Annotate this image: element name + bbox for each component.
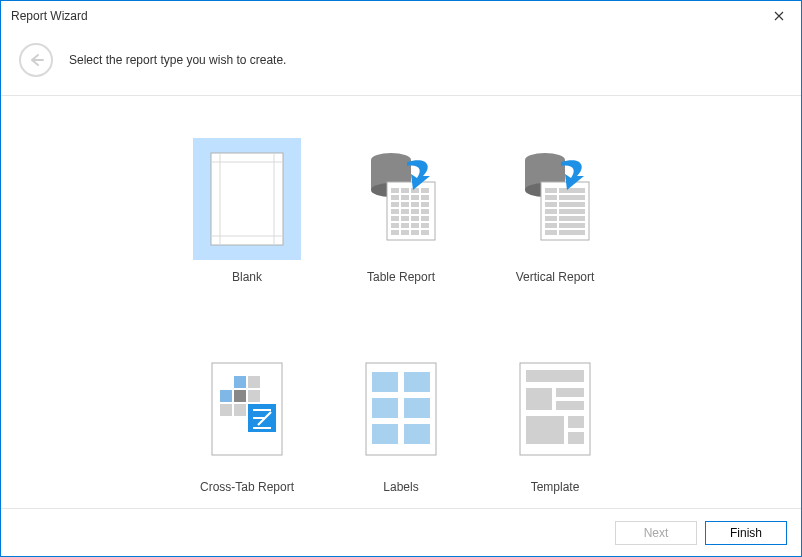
svg-rect-74 [556,388,584,397]
svg-rect-54 [559,230,585,235]
svg-rect-36 [421,230,429,235]
tile-table-report[interactable]: Table Report [326,132,476,298]
svg-rect-56 [234,376,246,388]
button-label: Finish [730,526,762,540]
svg-rect-28 [421,216,429,221]
svg-rect-23 [411,209,419,214]
svg-rect-60 [248,390,260,402]
svg-rect-19 [411,202,419,207]
table-report-icon [357,152,445,246]
svg-rect-48 [559,209,585,214]
svg-rect-34 [401,230,409,235]
svg-rect-27 [411,216,419,221]
svg-rect-44 [559,195,585,200]
tile-label: Table Report [367,270,435,284]
tile-label: Blank [232,270,262,284]
svg-rect-22 [401,209,409,214]
content-area: Blank [1,96,801,508]
header-bar: Select the report type you wish to creat… [1,31,801,96]
tile-label: Vertical Report [516,270,595,284]
tile-vertical-report[interactable]: Vertical Report [480,132,630,298]
svg-rect-72 [526,370,584,382]
svg-rect-26 [401,216,409,221]
svg-rect-70 [404,424,430,444]
svg-rect-62 [234,404,246,416]
svg-rect-57 [248,376,260,388]
tile-icon-box [501,348,609,470]
svg-rect-61 [220,404,232,416]
svg-rect-76 [526,416,564,444]
titlebar: Report Wizard [1,1,801,31]
tile-icon-box [501,138,609,260]
svg-rect-31 [411,223,419,228]
back-button[interactable] [19,43,53,77]
window-title: Report Wizard [11,9,756,23]
blank-page-icon [210,152,284,246]
svg-rect-51 [545,223,557,228]
tile-icon-box [193,138,301,260]
svg-rect-53 [545,230,557,235]
svg-rect-50 [559,216,585,221]
svg-rect-77 [568,416,584,428]
tile-icon-box [193,348,301,470]
arrow-left-icon [28,53,44,67]
footer-bar: Next Finish [1,508,801,556]
svg-rect-59 [234,390,246,402]
svg-rect-0 [211,153,283,245]
svg-rect-16 [421,195,429,200]
svg-rect-17 [391,202,399,207]
instruction-text: Select the report type you wish to creat… [69,53,286,67]
tile-label: Cross-Tab Report [200,480,294,494]
close-button[interactable] [756,1,801,31]
next-button[interactable]: Next [615,521,697,545]
svg-rect-47 [545,209,557,214]
svg-rect-32 [421,223,429,228]
svg-rect-30 [401,223,409,228]
tile-label: Labels [383,480,418,494]
svg-rect-45 [545,202,557,207]
cross-tab-report-icon [208,362,286,456]
svg-rect-69 [372,424,398,444]
template-icon [516,362,594,456]
report-type-grid: Blank [172,132,630,508]
svg-rect-58 [220,390,232,402]
tile-label: Template [531,480,580,494]
svg-rect-75 [556,401,584,410]
svg-rect-20 [421,202,429,207]
tile-template[interactable]: Template [480,342,630,508]
svg-rect-21 [391,209,399,214]
svg-rect-13 [391,195,399,200]
svg-rect-9 [391,188,399,193]
report-wizard-window: Report Wizard Select the report type you… [0,0,802,557]
tile-blank[interactable]: Blank [172,132,322,298]
svg-rect-10 [401,188,409,193]
svg-rect-29 [391,223,399,228]
tile-icon-box [347,138,455,260]
svg-rect-41 [545,188,557,193]
svg-rect-14 [401,195,409,200]
labels-icon [362,362,440,456]
svg-rect-18 [401,202,409,207]
svg-rect-43 [545,195,557,200]
tile-icon-box [347,348,455,470]
svg-rect-65 [372,372,398,392]
svg-rect-24 [421,209,429,214]
svg-rect-15 [411,195,419,200]
svg-rect-33 [391,230,399,235]
svg-rect-11 [411,188,419,193]
svg-rect-35 [411,230,419,235]
svg-rect-46 [559,202,585,207]
button-label: Next [644,526,669,540]
svg-rect-52 [559,223,585,228]
svg-rect-49 [545,216,557,221]
tile-cross-tab-report[interactable]: Cross-Tab Report [172,342,322,508]
svg-rect-66 [404,372,430,392]
finish-button[interactable]: Finish [705,521,787,545]
svg-rect-73 [526,388,552,410]
tile-labels[interactable]: Labels [326,342,476,508]
svg-rect-12 [421,188,429,193]
svg-rect-68 [404,398,430,418]
svg-rect-25 [391,216,399,221]
svg-rect-78 [568,432,584,444]
close-icon [774,11,784,21]
